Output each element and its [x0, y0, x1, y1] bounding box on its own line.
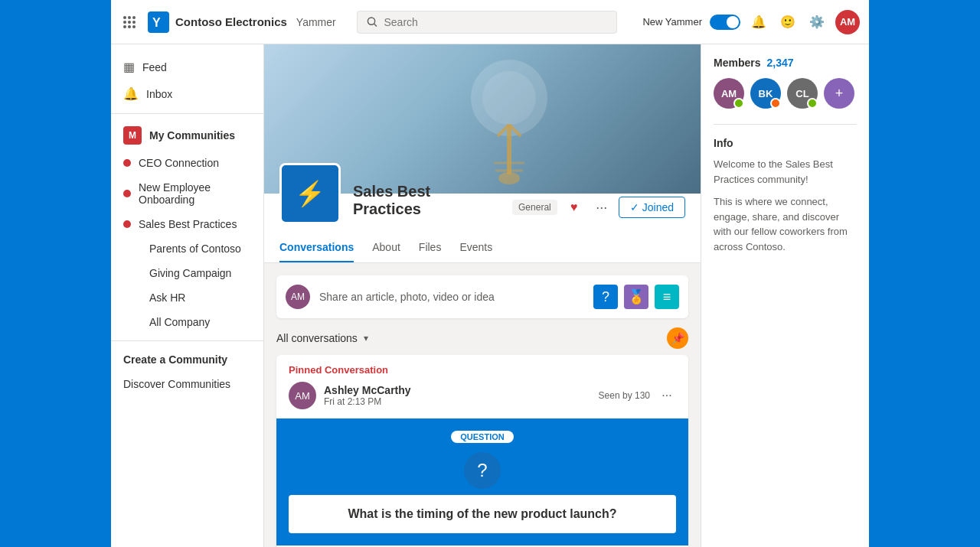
- info-text-1: Welcome to the Sales Best Practices comm…: [714, 157, 857, 187]
- notifications-button[interactable]: 🔔: [748, 11, 769, 33]
- post-author-name: Ashley McCarthy: [324, 384, 591, 396]
- tab-conversations[interactable]: Conversations: [279, 233, 354, 262]
- sidebar-inbox-label: Inbox: [146, 88, 172, 100]
- feed-area: AM Share an article, photo, video or ide…: [264, 263, 701, 547]
- community-logo-icon: ⚡: [295, 179, 325, 208]
- members-header: Members 2,347: [714, 57, 857, 69]
- svg-line-3: [374, 24, 376, 26]
- post-author-info: Ashley McCarthy Fri at 2:13 PM: [324, 384, 591, 407]
- app-name: Contoso Electronics: [175, 15, 287, 28]
- logo-area: Y Contoso Electronics Yammer: [148, 11, 336, 33]
- my-communities-icon: M: [123, 126, 142, 145]
- sidebar-divider: [111, 113, 263, 114]
- create-community-button[interactable]: Create a Community: [111, 347, 263, 372]
- member-avatar-2[interactable]: BK: [750, 78, 781, 109]
- post-card: Pinned Conversation AM Ashley McCarthy F…: [276, 355, 688, 547]
- post-author-row: AM Ashley McCarthy Fri at 2:13 PM Seen b…: [289, 382, 676, 409]
- filter-chevron-icon[interactable]: ▾: [364, 333, 368, 344]
- allcompany-community-label: All Company: [149, 316, 210, 328]
- onboarding-community-label: New Employee Onboarding: [139, 181, 251, 206]
- sidebar-item-allcompany[interactable]: All Company: [111, 310, 263, 334]
- emoji-button[interactable]: 🙂: [777, 11, 799, 33]
- sidebar-item-onboarding[interactable]: New Employee Onboarding: [111, 175, 263, 212]
- sidebar-item-ceo[interactable]: CEO Connection: [111, 151, 263, 175]
- general-badge: General: [512, 200, 557, 215]
- giving-community-label: Giving Campaign: [149, 267, 231, 279]
- members-avatars: AM BK CL +: [714, 78, 857, 109]
- member-avatar-3[interactable]: CL: [787, 78, 818, 109]
- community-actions: General ♥ ··· ✓ Joined: [512, 197, 685, 224]
- parents-community-label: Parents of Contoso: [149, 243, 241, 255]
- member-avatar-1[interactable]: AM: [714, 78, 744, 109]
- settings-button[interactable]: ⚙️: [806, 11, 828, 33]
- info-header: Info: [714, 137, 857, 149]
- sales-community-label: Sales Best Practices: [139, 218, 237, 230]
- question-area: QUESTION ? What is the timing of the new…: [276, 418, 688, 545]
- ceo-community-label: CEO Connection: [139, 157, 219, 169]
- post-time: Fri at 2:13 PM: [324, 396, 591, 407]
- sidebar-item-parents[interactable]: Parents of Contoso: [111, 236, 263, 261]
- post-author-avatar: AM: [289, 382, 316, 409]
- post-more-button[interactable]: ···: [658, 386, 676, 405]
- filter-label[interactable]: All conversations: [276, 332, 358, 344]
- info-text-2: This is where we connect, engage, share,…: [714, 194, 857, 254]
- question-badge: QUESTION: [451, 431, 513, 443]
- sidebar-item-sales[interactable]: Sales Best Practices: [111, 212, 263, 236]
- search-input[interactable]: [384, 16, 606, 28]
- search-icon: [367, 16, 378, 28]
- user-avatar[interactable]: AM: [835, 10, 860, 34]
- topbar-right: New Yammer 🔔 🙂 ⚙️ AM: [642, 10, 860, 34]
- joined-button[interactable]: ✓ Joined: [619, 197, 685, 218]
- my-communities-label: My Communities: [149, 129, 235, 142]
- sidebar-feed-label: Feed: [142, 61, 167, 73]
- question-icon: ?: [464, 452, 501, 489]
- sidebar-item-giving[interactable]: Giving Campaign: [111, 261, 263, 285]
- app-launcher-button[interactable]: [120, 13, 139, 31]
- composer-input-text[interactable]: Share an article, photo, video or idea: [319, 291, 584, 303]
- question-text: What is the timing of the new product la…: [301, 507, 664, 521]
- new-yammer-label: New Yammer: [642, 16, 702, 28]
- question-action-button[interactable]: ?: [593, 285, 618, 309]
- question-text-area: What is the timing of the new product la…: [289, 495, 676, 533]
- composer-actions: ? 🏅 ≡: [593, 285, 679, 309]
- community-name: Sales Best Practices: [353, 183, 500, 218]
- list-action-button[interactable]: ≡: [655, 285, 679, 309]
- sidebar-item-feed[interactable]: ▦ Feed: [111, 54, 263, 80]
- search-bar[interactable]: [357, 11, 617, 34]
- community-logo: ⚡: [279, 163, 341, 224]
- sidebar-divider-2: [111, 340, 263, 341]
- members-count: 2,347: [766, 57, 793, 69]
- post-header: Pinned Conversation AM Ashley McCarthy F…: [276, 355, 688, 418]
- sidebar: ▦ Feed 🔔 Inbox M My Communities CEO Conn…: [111, 44, 264, 547]
- sidebar-item-inbox[interactable]: 🔔 Inbox: [111, 80, 263, 107]
- more-members-button[interactable]: +: [824, 78, 854, 109]
- favorite-button[interactable]: ♥: [564, 197, 585, 218]
- tab-events[interactable]: Events: [459, 233, 492, 262]
- composer-avatar: AM: [286, 285, 310, 309]
- tab-files[interactable]: Files: [419, 233, 442, 262]
- info-divider: [714, 124, 857, 125]
- main-content: ⚡ Sales Best Practices General ♥ ··· ✓ J…: [264, 44, 701, 547]
- tab-about[interactable]: About: [372, 233, 400, 262]
- discover-communities-button[interactable]: Discover Communities: [111, 372, 263, 396]
- more-options-button[interactable]: ···: [591, 197, 612, 218]
- topbar: Y Contoso Electronics Yammer New Yammer …: [111, 0, 869, 44]
- community-header: ⚡ Sales Best Practices General ♥ ··· ✓ J…: [264, 163, 701, 263]
- feed-icon: ▦: [123, 60, 135, 74]
- members-label: Members: [714, 57, 760, 69]
- community-header-top: ⚡ Sales Best Practices General ♥ ··· ✓ J…: [279, 163, 685, 233]
- inbox-icon: 🔔: [123, 86, 139, 101]
- sidebar-my-communities[interactable]: M My Communities: [111, 120, 263, 151]
- conversations-filter: All conversations ▾ 📌: [276, 327, 688, 349]
- praise-action-button[interactable]: 🏅: [624, 285, 648, 309]
- post-composer: AM Share an article, photo, video or ide…: [276, 275, 688, 318]
- ceo-dot: [123, 159, 131, 167]
- svg-text:Y: Y: [152, 16, 161, 29]
- onboarding-dot: [123, 190, 131, 197]
- post-seen-count: Seen by 130: [599, 390, 650, 401]
- sidebar-item-askhr[interactable]: Ask HR: [111, 285, 263, 310]
- checkmark-icon: ✓: [630, 201, 639, 213]
- content-area: ▦ Feed 🔔 Inbox M My Communities CEO Conn…: [111, 44, 869, 547]
- new-yammer-toggle[interactable]: [710, 15, 740, 30]
- pin-icon[interactable]: 📌: [667, 327, 688, 349]
